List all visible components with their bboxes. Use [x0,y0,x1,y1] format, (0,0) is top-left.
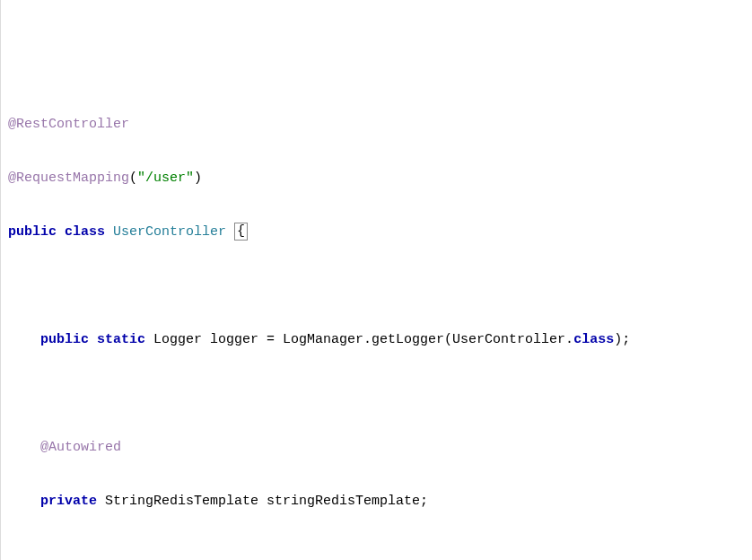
blank-line [8,542,745,560]
type-token: UserController [113,224,226,240]
code-block: @RestController @RequestMapping("/user")… [8,84,745,560]
string-token: "/user" [137,171,194,186]
keyword-token: class [65,224,105,240]
code-line: public static Logger logger = LogManager… [40,327,745,354]
keyword-token: public [40,332,89,347]
punct-token: ( [129,171,137,186]
code-line: private StringRedisTemplate stringRedisT… [40,488,745,515]
punct-token: ); [614,332,630,347]
blank-line [8,273,745,300]
code-line: @RequestMapping("/user") [8,165,745,192]
annotation-token: @Autowired [40,440,121,455]
punct-token: ) [194,171,202,186]
keyword-token: class [573,332,614,347]
code-line: @Autowired [40,434,745,461]
keyword-token: public [8,224,57,240]
code-token: StringRedisTemplate stringRedisTemplate; [97,494,428,509]
code-token: Logger logger = LogManager.getLogger(Use… [145,332,573,347]
blank-line [8,381,745,407]
brace-highlight: { [234,223,248,241]
keyword-token: static [97,332,145,347]
annotation-token: @RequestMapping [8,171,129,186]
code-line: public class UserController { [8,219,745,246]
annotation-token: @RestController [8,117,129,132]
code-line: @RestController [8,111,745,138]
keyword-token: private [40,494,97,509]
